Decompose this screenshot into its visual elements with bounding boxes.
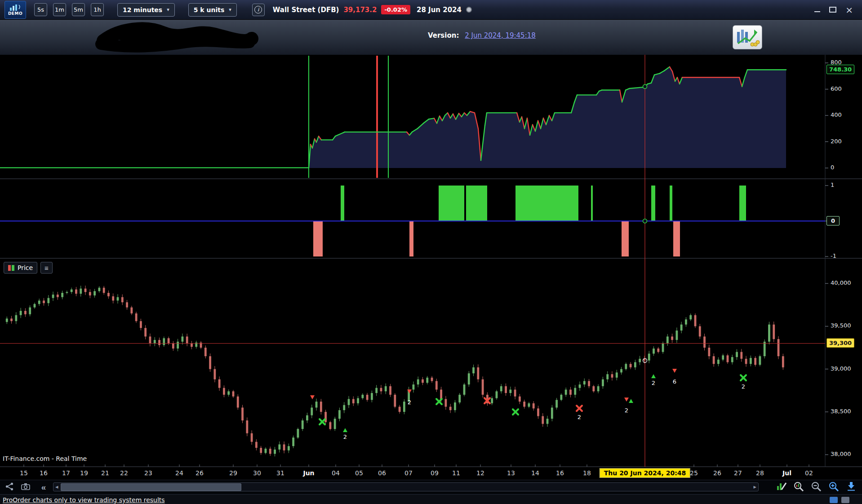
timeframe-button-1m[interactable]: 1m <box>53 3 66 16</box>
svg-text:2: 2 <box>578 414 581 420</box>
chevron-down-icon: ▾ <box>229 7 231 13</box>
camera-icon <box>21 482 31 491</box>
statusbar-icon[interactable] <box>830 497 838 503</box>
svg-text:2: 2 <box>408 399 411 406</box>
crosshair-price-box: 39,300 <box>826 338 854 348</box>
status-message[interactable]: ProOrder charts only to view trading sys… <box>3 496 165 504</box>
time-axis-label: 31 <box>271 469 290 477</box>
zoom-tools <box>775 481 858 493</box>
time-axis-label: 11 <box>446 469 466 477</box>
axis-label: 200 <box>831 138 842 145</box>
chart-canvas: 2222262 <box>0 55 862 467</box>
statusbar-icon-2[interactable] <box>841 497 849 503</box>
modify-indicator-button[interactable] <box>775 481 788 493</box>
demo-logo-label: DEMO <box>8 11 22 16</box>
timeframe-buttons: 5s1m5m1h <box>34 3 104 16</box>
zoom-out-icon <box>811 481 822 492</box>
time-axis-label: 15 <box>14 469 34 477</box>
scrollbar-thumb[interactable] <box>61 483 241 491</box>
axis-label: 1 <box>831 181 834 188</box>
chart-area[interactable]: 2222262 80060040020001-140,00039,50039,0… <box>0 55 862 467</box>
session-date: 28 Jun 2024 <box>417 6 462 14</box>
axis-label: -1 <box>831 252 836 259</box>
time-axis-label: 22 <box>114 469 134 477</box>
timeframe-button-1h[interactable]: 1h <box>91 3 104 16</box>
zoom-in-button[interactable] <box>827 481 841 493</box>
scroll-to-latest-icon <box>846 481 858 492</box>
time-axis-label: 02 <box>799 469 819 477</box>
axis-label: 40,000 <box>831 279 851 286</box>
watermark: IT-Finance.com - Real Time <box>3 455 87 462</box>
time-axis-label: 06 <box>372 469 392 477</box>
chart-properties-button[interactable]: ≡ <box>40 262 53 274</box>
timeframe-button-5m[interactable]: 5m <box>72 3 85 16</box>
redacted-scribble <box>92 21 263 54</box>
time-axis-label: 27 <box>728 469 748 477</box>
auto-scroll-button[interactable] <box>845 481 858 493</box>
time-axis-label: 17 <box>56 469 76 477</box>
interval-dropdown[interactable]: 12 minutes ▾ <box>117 3 175 17</box>
chart-header: Version: 2 Jun 2024, 19:45:18 <box>0 20 862 55</box>
time-axis-label: 16 <box>34 469 53 477</box>
axis-label: 600 <box>831 85 842 92</box>
app-logo[interactable]: DEMO <box>4 1 26 19</box>
horizontal-scrollbar[interactable]: ◂ ▸ <box>53 482 759 491</box>
window-controls: × <box>814 5 853 14</box>
time-axis-label: Jul <box>777 469 797 477</box>
time-axis-label: 26 <box>707 469 727 477</box>
demo-logo-icon <box>9 4 21 11</box>
svg-text:6: 6 <box>673 378 676 385</box>
scroll-right-arrow[interactable]: ▸ <box>753 483 756 490</box>
zoom-out-button[interactable] <box>810 481 823 493</box>
time-axis-label: 16 <box>550 469 570 477</box>
zoom-in-icon <box>828 481 840 492</box>
info-button[interactable]: i <box>252 4 265 16</box>
price-legend-label: Price <box>18 264 33 271</box>
time-axis-label: 30 <box>247 469 267 477</box>
svg-text:2: 2 <box>343 433 347 440</box>
time-axis-label: 24 <box>169 469 189 477</box>
change-badge: -0.02% <box>381 5 410 14</box>
backtest-report-button[interactable] <box>733 25 762 49</box>
last-price: 39,173.2 <box>343 6 377 14</box>
time-axis-label: 07 <box>399 469 418 477</box>
time-axis-label: 13 <box>501 469 521 477</box>
share-icon <box>5 482 14 491</box>
zoom-selection-button[interactable] <box>792 481 806 493</box>
axis-label: 38,500 <box>831 408 851 415</box>
time-axis-label: 09 <box>425 469 444 477</box>
time-axis-label: 26 <box>190 469 209 477</box>
time-axis: Thu 20 Jun 2024, 20:48 15161719212223242… <box>0 467 862 480</box>
screenshot-button[interactable] <box>19 482 32 493</box>
collapse-left-button[interactable]: « <box>37 482 50 493</box>
time-axis-label: 29 <box>223 469 243 477</box>
timeframe-button-5s[interactable]: 5s <box>34 3 47 16</box>
version-link[interactable]: 2 Jun 2024, 19:45:18 <box>465 31 536 40</box>
chevron-down-icon: ▾ <box>167 7 169 13</box>
version-label: Version: <box>428 31 459 40</box>
edit-chart-icon <box>776 481 787 492</box>
scroll-left-arrow[interactable]: ◂ <box>55 483 58 490</box>
magnifier-chart-icon <box>793 481 805 492</box>
time-axis-label: 28 <box>750 469 770 477</box>
signal-zero-box: 0 <box>826 216 840 225</box>
time-axis-label: Jun <box>299 469 319 477</box>
minimize-button[interactable] <box>814 7 820 12</box>
maximize-button[interactable] <box>829 7 836 13</box>
price-legend[interactable]: Price <box>4 262 37 274</box>
units-value: 5 k units <box>194 6 225 13</box>
units-dropdown[interactable]: 5 k units ▾ <box>188 3 237 17</box>
svg-text:2: 2 <box>652 380 655 386</box>
status-dot-icon <box>466 7 472 13</box>
info-icon: i <box>254 6 262 13</box>
time-axis-label: 21 <box>95 469 115 477</box>
svg-text:2: 2 <box>625 407 628 414</box>
axis-label: 39,500 <box>831 322 851 329</box>
axis-label: 39,000 <box>831 365 851 372</box>
share-button[interactable] <box>3 482 16 493</box>
crosshair-date-tooltip: Thu 20 Jun 2024, 20:48 <box>600 468 690 478</box>
close-button[interactable]: × <box>845 5 853 14</box>
trading-app-window: DEMO 5s1m5m1h 12 minutes ▾ 5 k units ▾ i… <box>0 0 862 504</box>
instrument-name: Wall Street (DFB) <box>273 6 339 14</box>
candlestick-style-icon <box>8 265 14 271</box>
